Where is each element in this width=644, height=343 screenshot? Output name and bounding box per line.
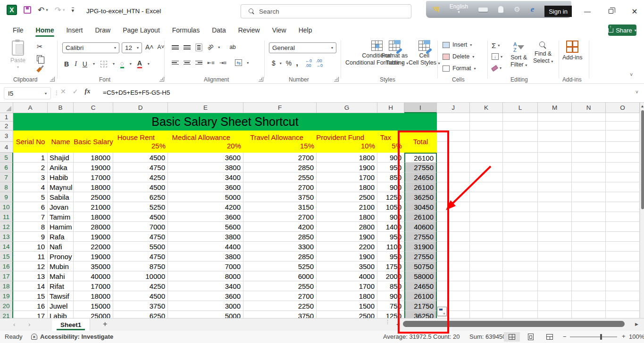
- cell-empty[interactable]: [538, 113, 572, 122]
- cell-empty[interactable]: [572, 252, 606, 261]
- fill-color-dropdown[interactable]: ▾: [130, 62, 132, 66]
- cell-empty[interactable]: [503, 142, 538, 153]
- zoom-slider-thumb[interactable]: [600, 334, 602, 340]
- cell-empty[interactable]: [437, 142, 470, 153]
- cell-G6[interactable]: 1900: [317, 163, 377, 172]
- cell-F18[interactable]: 2550: [243, 281, 317, 291]
- cell-empty[interactable]: [470, 192, 503, 202]
- column-header-I[interactable]: I: [404, 103, 437, 113]
- menu-tab-home[interactable]: Home: [30, 22, 60, 38]
- restore-button[interactable]: [604, 6, 618, 17]
- insert-function-icon[interactable]: fx: [84, 88, 90, 95]
- cell-empty[interactable]: [538, 212, 572, 222]
- cell-empty[interactable]: [437, 261, 470, 271]
- cell-A7[interactable]: 3: [13, 172, 48, 182]
- font-dialog-launcher[interactable]: [159, 77, 164, 82]
- cell-empty[interactable]: [503, 202, 538, 212]
- row-header-11[interactable]: 11: [0, 212, 13, 222]
- cell-empty[interactable]: [572, 202, 606, 212]
- page-break-view-button[interactable]: [542, 332, 558, 342]
- cell-empty[interactable]: [503, 182, 538, 192]
- cell-D11[interactable]: 4500: [113, 212, 168, 222]
- cell-empty[interactable]: [606, 122, 640, 131]
- cell-empty[interactable]: [538, 222, 572, 232]
- fill-dropdown[interactable]: ▾: [501, 55, 502, 59]
- cell-D19[interactable]: 4500: [113, 291, 168, 301]
- format-cells-button[interactable]: Format ▾: [443, 65, 476, 72]
- cell-empty[interactable]: [503, 212, 538, 222]
- cell-C11[interactable]: 18000: [74, 212, 113, 222]
- cell-empty[interactable]: [572, 192, 606, 202]
- cell-B11[interactable]: Tamim: [48, 212, 74, 222]
- cell-empty[interactable]: [572, 311, 606, 318]
- cell-A14[interactable]: 10: [13, 242, 48, 252]
- cell-empty[interactable]: [572, 232, 606, 242]
- cell-empty[interactable]: [538, 202, 572, 212]
- column-header-A[interactable]: A: [13, 103, 48, 113]
- avro-logo-icon[interactable]: অ: [434, 4, 439, 15]
- clear-icon[interactable]: [491, 65, 498, 71]
- cell-C7[interactable]: 17000: [74, 172, 113, 182]
- cell-empty[interactable]: [470, 311, 503, 318]
- cell-H15[interactable]: 950: [377, 252, 404, 261]
- zoom-in-icon[interactable]: +: [622, 333, 626, 340]
- column-header-H[interactable]: H: [377, 103, 404, 113]
- cell-empty[interactable]: [503, 131, 538, 142]
- cell-H14[interactable]: 1100: [377, 242, 404, 252]
- cell-E8[interactable]: 3600: [168, 182, 243, 192]
- cell-empty[interactable]: [572, 281, 606, 291]
- cell-I15[interactable]: 27550: [404, 252, 437, 261]
- column-header-D[interactable]: D: [113, 103, 168, 113]
- row-header-13[interactable]: 13: [0, 232, 13, 242]
- cell-F6[interactable]: 2850: [243, 163, 317, 172]
- cell-H19[interactable]: 900: [377, 291, 404, 301]
- percent-icon[interactable]: %: [286, 59, 292, 67]
- cell-empty[interactable]: [606, 242, 640, 252]
- column-header-M[interactable]: M: [538, 103, 572, 113]
- cell-D14[interactable]: 5500: [113, 242, 168, 252]
- cell-empty[interactable]: [470, 222, 503, 232]
- menu-tab-insert[interactable]: Insert: [60, 22, 89, 38]
- undo-button[interactable]: ↶▾: [38, 5, 48, 15]
- cell-empty[interactable]: [437, 131, 470, 142]
- cell-I17[interactable]: 58000: [404, 271, 437, 281]
- excel-app-icon[interactable]: X: [7, 5, 17, 15]
- row-header-19[interactable]: 19: [0, 291, 13, 301]
- autosum-icon[interactable]: Σ: [492, 41, 496, 49]
- cell-empty[interactable]: [437, 212, 470, 222]
- orientation-dropdown[interactable]: ▾: [218, 45, 220, 49]
- cell-A13[interactable]: 9: [13, 232, 48, 242]
- cell-empty[interactable]: [503, 222, 538, 232]
- cell-empty[interactable]: [470, 131, 503, 142]
- cell-empty[interactable]: [538, 163, 572, 172]
- cell-F16[interactable]: 5250: [243, 261, 317, 271]
- cell-empty[interactable]: [606, 271, 640, 281]
- row-header-7[interactable]: 7: [0, 172, 13, 182]
- cell-H18[interactable]: 850: [377, 281, 404, 291]
- cell-G12[interactable]: 2800: [317, 222, 377, 232]
- cell-B18[interactable]: Rifat: [48, 281, 74, 291]
- keyboard-icon[interactable]: [478, 8, 488, 12]
- accessibility-status[interactable]: Accessibility: Investigate: [31, 333, 113, 340]
- cell-C16[interactable]: 35000: [74, 261, 113, 271]
- scroll-left-icon[interactable]: ◀: [396, 322, 400, 327]
- column-header-F[interactable]: F: [243, 103, 317, 113]
- cell-empty[interactable]: [606, 153, 640, 163]
- cell-empty[interactable]: [538, 271, 572, 281]
- align-bottom-icon[interactable]: [195, 43, 202, 51]
- cell-empty[interactable]: [572, 301, 606, 311]
- copy-icon[interactable]: [37, 55, 42, 61]
- cell-empty[interactable]: [470, 301, 503, 311]
- cell-empty[interactable]: [470, 281, 503, 291]
- cell-empty[interactable]: [538, 192, 572, 202]
- cell-empty[interactable]: [572, 113, 606, 122]
- font-name-combo[interactable]: Calibri▾: [62, 42, 119, 53]
- menu-tab-draw[interactable]: Draw: [89, 22, 117, 38]
- format-as-table-button[interactable]: Format asTable ▾: [381, 41, 408, 67]
- cell-B17[interactable]: Mahi: [48, 271, 74, 281]
- cell-empty[interactable]: [538, 232, 572, 242]
- cell-G10[interactable]: 2100: [317, 202, 377, 212]
- scrollbar-splitter[interactable]: ⋮: [385, 320, 390, 323]
- cell-G17[interactable]: 4000: [317, 271, 377, 281]
- header-travel-allowance[interactable]: Travel Allowance: [243, 131, 317, 142]
